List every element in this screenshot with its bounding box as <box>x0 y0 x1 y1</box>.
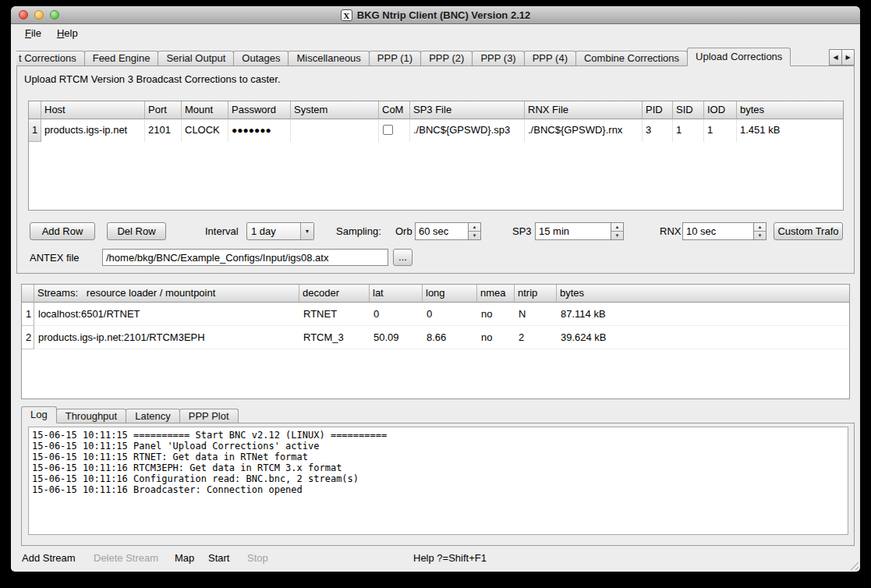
upload-table: Host Port Mount Password System CoM SP3 … <box>28 101 844 211</box>
log-line: 15-06-15 10:11:15 RTNET: Get data in RTN… <box>32 452 844 462</box>
tab-log[interactable]: Log <box>21 406 57 423</box>
log-line: 15-06-15 10:11:16 Configuration read: BN… <box>32 473 844 484</box>
cell-bytes: 87.114 kB <box>557 303 849 326</box>
orb-label: Orb <box>395 225 412 237</box>
log-line: 15-06-15 10:11:16 RTCM3EPH: Get data in … <box>32 462 844 473</box>
header-pid: PID <box>643 101 673 119</box>
tab-scroll-left-icon[interactable]: ◀ <box>829 49 842 66</box>
row-number[interactable]: 1 <box>29 119 41 142</box>
antex-browse-button[interactable]: ... <box>393 249 412 266</box>
cell-mount[interactable]: CLOCK <box>182 119 228 142</box>
log-line: 15-06-15 10:11:15 Panel 'Upload Correcti… <box>32 441 844 452</box>
start-button[interactable]: Start <box>208 552 229 564</box>
title-wrap: X BKG Ntrip Client (BNC) Version 2.12 <box>11 6 860 24</box>
header-password: Password <box>228 101 291 119</box>
com-checkbox[interactable] <box>383 125 393 135</box>
cell-ntrip[interactable]: N <box>515 303 557 326</box>
resize-grip-icon[interactable] <box>848 560 859 570</box>
cell-decoder[interactable]: RTCM_3 <box>299 326 370 349</box>
antex-file-input[interactable] <box>102 249 388 266</box>
interval-combobox[interactable]: 1 day ▼ <box>246 222 314 240</box>
stream-row[interactable]: 1 localhost:6501/RTNET RTNET 0 0 no N 87… <box>22 303 849 326</box>
spin-up-icon[interactable]: ▲ <box>469 223 480 232</box>
streams-table: Streams: resource loader / mountpoint de… <box>21 284 850 399</box>
add-stream-button[interactable]: Add Stream <box>22 552 76 564</box>
row-number[interactable]: 1 <box>22 303 34 326</box>
spin-down-icon[interactable]: ▼ <box>754 232 766 239</box>
cell-long[interactable]: 0 <box>423 303 477 326</box>
cell-iod[interactable]: 1 <box>704 119 737 142</box>
row-number[interactable]: 2 <box>22 326 34 349</box>
cell-nmea[interactable]: no <box>477 303 515 326</box>
header-mount: Mount <box>182 101 228 119</box>
header-sp3-file: SP3 File <box>410 101 525 119</box>
del-row-button[interactable]: Del Row <box>107 222 166 240</box>
map-button[interactable]: Map <box>175 552 194 564</box>
cell-decoder[interactable]: RTNET <box>299 303 370 326</box>
menu-file[interactable]: File <box>17 25 49 42</box>
spin-buttons: ▲ ▼ <box>753 223 766 239</box>
log-line: 15-06-15 10:11:16 Broadcaster: Connectio… <box>32 484 844 495</box>
header-host: Host <box>41 101 145 119</box>
cell-port[interactable]: 2101 <box>145 119 182 142</box>
tab-latency[interactable]: Latency <box>126 409 180 423</box>
spin-down-icon[interactable]: ▼ <box>611 232 623 239</box>
cell-long[interactable]: 8.66 <box>423 326 477 349</box>
help-shortcut-label: Help ?=Shift+F1 <box>413 552 487 564</box>
tab-ppp-plot[interactable]: PPP Plot <box>179 409 239 423</box>
stop-button: Stop <box>247 552 268 564</box>
tab-ppp-2[interactable]: PPP (2) <box>420 51 473 66</box>
tab-serial-output[interactable]: Serial Output <box>158 51 234 66</box>
title-bar[interactable]: X BKG Ntrip Client (BNC) Version 2.12 <box>11 6 860 24</box>
cell-mountpoint[interactable]: localhost:6501/RTNET <box>34 303 299 326</box>
sampling-label: Sampling: <box>336 225 381 237</box>
tab-feed-engine[interactable]: Feed Engine <box>84 51 159 66</box>
cell-lat[interactable]: 0 <box>370 303 423 326</box>
cell-lat[interactable]: 50.09 <box>370 326 423 349</box>
bottom-tab-bar: Log Throughput Latency PPP Plot <box>21 406 238 423</box>
tab-outages[interactable]: Outages <box>233 51 289 66</box>
tab-miscellaneous[interactable]: Miscellaneous <box>288 51 369 66</box>
tab-scroll-right-icon[interactable]: ▶ <box>841 49 855 66</box>
stream-row[interactable]: 2 products.igs-ip.net:2101/RTCM3EPH RTCM… <box>22 326 849 349</box>
cell-mountpoint[interactable]: products.igs-ip.net:2101/RTCM3EPH <box>34 326 299 349</box>
spin-buttons: ▲ ▼ <box>611 223 623 239</box>
header-rnx-file: RNX File <box>525 101 643 119</box>
add-row-button[interactable]: Add Row <box>30 222 95 240</box>
menu-file-rest: ile <box>31 27 41 39</box>
rnx-label: RNX <box>660 225 681 237</box>
menu-help-mnemonic: H <box>57 27 64 39</box>
tab-combine-corrections[interactable]: Combine Corrections <box>575 51 688 66</box>
log-output[interactable]: 15-06-15 10:11:15 ========== Start BNC v… <box>28 427 848 535</box>
header-iod: IOD <box>704 101 737 119</box>
tab-throughput[interactable]: Throughput <box>56 409 127 423</box>
header-ntrip: ntrip <box>515 285 557 303</box>
cell-sid[interactable]: 1 <box>673 119 704 142</box>
tab-ppp-1[interactable]: PPP (1) <box>369 51 421 66</box>
cell-password-masked[interactable]: ●●●●●●● <box>228 119 291 142</box>
rnx-sampling-spinbox[interactable]: 10 sec ▲ ▼ <box>682 222 767 240</box>
spin-up-icon[interactable]: ▲ <box>611 223 623 232</box>
menu-help[interactable]: Help <box>49 25 86 42</box>
tab-ppp-4[interactable]: PPP (4) <box>524 51 576 66</box>
cell-ntrip[interactable]: 2 <box>515 326 557 349</box>
custom-trafo-button[interactable]: Custom Trafo <box>774 222 843 240</box>
tab-ppp-3[interactable]: PPP (3) <box>472 51 524 66</box>
cell-sp3-file[interactable]: ./BNC${GPSWD}.sp3 <box>410 119 525 142</box>
orb-sampling-spinbox[interactable]: 60 sec ▲ ▼ <box>415 222 481 240</box>
tab-scroll-buttons: ◀ ▶ <box>830 49 855 66</box>
spin-up-icon[interactable]: ▲ <box>754 223 766 232</box>
cell-nmea[interactable]: no <box>477 326 515 349</box>
header-decoder: decoder <box>299 285 370 303</box>
cell-pid[interactable]: 3 <box>643 119 673 142</box>
sp3-sampling-spinbox[interactable]: 15 min ▲ ▼ <box>535 222 624 240</box>
cell-bytes: 39.624 kB <box>557 326 849 349</box>
tab-broadcast-corrections[interactable]: t Corrections <box>16 51 85 66</box>
header-sid: SID <box>673 101 704 119</box>
x11-app-icon: X <box>341 9 352 21</box>
cell-rnx-file[interactable]: ./BNC${GPSWD}.rnx <box>525 119 643 142</box>
spin-down-icon[interactable]: ▼ <box>469 232 480 239</box>
cell-host[interactable]: products.igs-ip.net <box>41 119 145 142</box>
tab-upload-corrections[interactable]: Upload Corrections <box>687 48 791 66</box>
chevron-down-icon[interactable]: ▼ <box>300 223 313 239</box>
